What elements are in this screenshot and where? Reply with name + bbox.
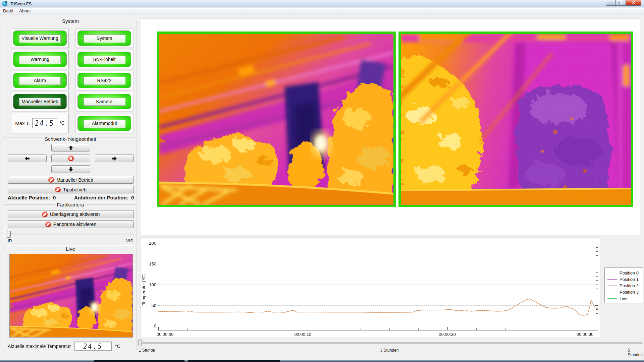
chart-y-tick-label: 200: [149, 241, 156, 246]
chart-x-tick: [303, 327, 303, 330]
restore-icon: [620, 2, 622, 4]
chart-gridline: [158, 264, 598, 264]
chart-x-minor-tick: [216, 328, 216, 330]
tilt-down-button[interactable]: [51, 165, 90, 173]
chart-zero-line: [158, 326, 598, 326]
chart-cursor-line: [592, 242, 592, 330]
menu-bar: Datei About: [0, 8, 644, 14]
color-camera-title: Farbkamera: [55, 202, 87, 207]
history-range-slider-track[interactable]: [138, 342, 643, 344]
chart-x-tick: [158, 327, 159, 330]
max-t-label: Max T.: [15, 120, 30, 126]
system-indicator[interactable]: System: [77, 31, 131, 46]
chart-x-minor-tick: [332, 328, 332, 330]
history-range-slider-handle[interactable]: [138, 340, 142, 346]
chart-right-tick: [596, 247, 598, 248]
status-card: Kamera: [75, 92, 133, 111]
stop-x-icon: [68, 156, 74, 161]
chart-right-tick: [596, 272, 598, 273]
chart-x-tick-label: 00:00:10: [294, 332, 311, 337]
color-camera-groupbox: Farbkamera Überlagerung aktivieren Panor…: [4, 204, 137, 246]
chart-right-tick: [596, 255, 598, 256]
chart-right-tick: [595, 243, 598, 243]
menu-datei[interactable]: Datei: [0, 8, 16, 14]
prohibited-icon: [55, 187, 61, 192]
chart-right-tick: [596, 322, 598, 322]
live-thermal-view: [9, 254, 133, 338]
stop-button[interactable]: [51, 155, 90, 162]
chart-right-tick: [596, 260, 598, 260]
legend-item: Position 2: [605, 283, 643, 289]
status-card: Visuelle Warnung: [11, 28, 69, 48]
chart-y-tick-label: 150: [149, 261, 156, 266]
close-button[interactable]: ✕: [626, 0, 641, 6]
visuelle-warnung-indicator[interactable]: Visuelle Warnung: [13, 31, 67, 46]
ir-vis-slider-handle[interactable]: [7, 231, 11, 238]
rs422-indicator[interactable]: RS422: [77, 73, 131, 88]
chart-right-tick: [596, 276, 598, 277]
title-bar[interactable]: IRIScan FS — ✕: [0, 0, 644, 7]
warnung-indicator[interactable]: Warnung: [13, 52, 67, 67]
chart-gridline: [158, 305, 598, 306]
chart-x-tick-label: 00:00:30: [577, 332, 594, 337]
legend-line-swatch: [607, 298, 617, 299]
chart-right-tick: [596, 289, 598, 289]
status-card: System: [75, 28, 133, 48]
jog-mode-button[interactable]: Tippbetrieb: [8, 186, 134, 193]
arrow-left-icon: [24, 156, 30, 161]
chart-right-tick: [596, 301, 598, 301]
max-t-unit: °C: [59, 120, 65, 126]
prohibited-icon: [42, 212, 48, 217]
alarmmodul-indicator[interactable]: Alarmmodul: [77, 116, 131, 131]
thermal-view-right: [398, 32, 633, 207]
minimize-button[interactable]: —: [606, 0, 616, 6]
vis-label: VIS: [126, 238, 133, 243]
chart-right-tick: [596, 268, 598, 268]
pan-left-button[interactable]: [8, 155, 47, 162]
legend-item: Live: [605, 295, 643, 302]
window-title: IRIScan FS: [9, 1, 32, 6]
alarm-indicator[interactable]: Alarm: [13, 73, 67, 88]
chart-right-tick: [596, 309, 598, 310]
chart-right-tick: [595, 326, 598, 326]
manueller-betrieb-indicator[interactable]: Manueller Betrieb: [13, 94, 67, 109]
panorama-activate-button[interactable]: Panorama aktivieren: [8, 220, 134, 228]
chart-x-minor-tick: [534, 328, 534, 330]
timeline-left-label: 1 Stunde: [139, 348, 155, 353]
target-position: Anfahren der Position: 0: [74, 195, 134, 200]
chart-x-minor-tick: [245, 328, 245, 330]
chart-right-tick: [595, 305, 598, 306]
chart-y-axis-label: Temperatur [°C]: [141, 275, 146, 305]
status-card: Alarm: [11, 71, 69, 90]
restore-button[interactable]: [616, 0, 626, 6]
chart-right-tick: [595, 285, 598, 285]
status-card: Alarmmodul: [75, 114, 133, 133]
app-icon: [2, 1, 7, 6]
legend-line-swatch: [607, 273, 617, 273]
legend-label: Position 3: [620, 290, 639, 295]
max-t-display: 24.5: [32, 118, 57, 128]
kamera-indicator[interactable]: Kamera: [77, 94, 131, 109]
overlay-activate-button[interactable]: Überlagerung aktivieren: [8, 210, 134, 218]
chart-series-position-0: [158, 299, 598, 315]
max-t-card: Max T. 24.5 °C: [11, 113, 69, 133]
system-groupbox-title: System: [60, 18, 81, 24]
temperature-chart-panel: Temperatur [°C] 05010015020000:00:0000:0…: [141, 237, 600, 337]
chart-right-tick: [596, 313, 598, 314]
arrow-right-icon: [112, 156, 117, 161]
legend-item: Position 0: [605, 270, 643, 276]
menu-about[interactable]: About: [16, 8, 34, 14]
sn-einheit-indicator[interactable]: SN-Einheit: [77, 52, 131, 67]
chart-legend: Position 0Position 1Position 2Position 3…: [604, 267, 643, 303]
pan-right-button[interactable]: [95, 155, 134, 162]
tilt-up-button[interactable]: [51, 144, 90, 152]
ir-vis-slider-track[interactable]: [7, 234, 134, 235]
live-max-temp-unit: °C: [115, 344, 120, 349]
chart-x-minor-tick: [389, 328, 390, 330]
manual-mode-button[interactable]: Manueller Betrieb: [8, 176, 134, 184]
chart-x-tick-label: 00:00:00: [157, 332, 174, 337]
ir-label: IR: [8, 238, 12, 243]
legend-label: Position 2: [620, 283, 639, 288]
legend-line-swatch: [607, 292, 617, 292]
chart-right-tick: [596, 280, 598, 281]
